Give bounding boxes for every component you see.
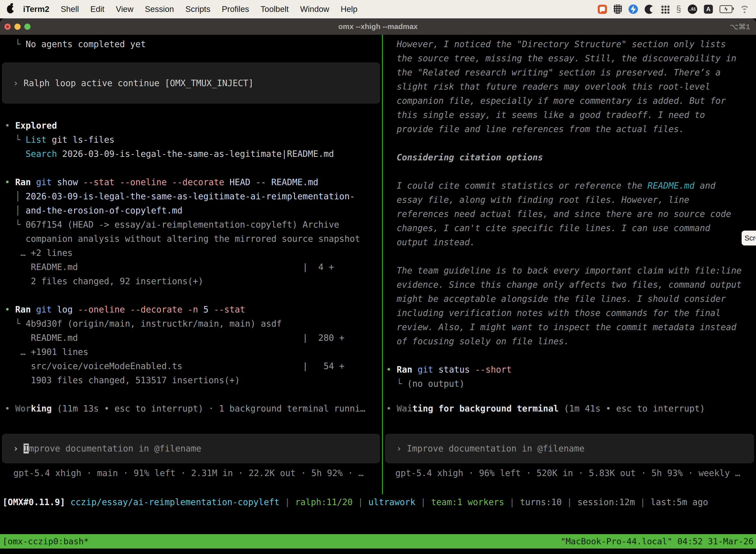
menu-item-window[interactable]: Window — [295, 4, 335, 14]
terminal-line: provide file and line references from th… — [386, 122, 684, 136]
terminal-line: review. Also, I might want to inspect th… — [386, 320, 737, 334]
usage-badge-icon[interactable]: ..61 — [688, 4, 697, 14]
terminal-line: I could cite commit statistics or refere… — [386, 179, 715, 193]
menu-item-edit[interactable]: Edit — [84, 4, 110, 14]
squiggle-icon[interactable]: § — [676, 5, 681, 14]
terminal-line: • Ran git status --short — [386, 363, 512, 377]
terminal-line: 1903 files changed, 513517 insertions(+) — [5, 373, 240, 387]
iterm2-window: omx --xhigh --madmax ⌥⌘1 └ No agents com… — [0, 18, 756, 554]
terminal-line: including verification notes with those … — [386, 306, 721, 320]
tmux-host-clock-label: "MacBook-Pro-44.local" 04:52 31-Mar-26 — [561, 536, 754, 546]
blue-bolt-badge-icon[interactable] — [629, 4, 638, 14]
terminal-line: README.md | 280 + — [5, 331, 344, 345]
prompt-chevron-icon: › — [13, 78, 18, 88]
terminal-line: src/voice/voiceModeEnabled.ts | 54 + — [5, 359, 344, 373]
chat-app-icon[interactable] — [598, 5, 607, 14]
terminal-line: the "Related research writing" section i… — [386, 65, 721, 80]
agent-input-box-right[interactable]: › Improve documentation in @filename — [385, 434, 754, 463]
wifi-icon[interactable] — [739, 5, 750, 13]
terminal-line: output instead. — [386, 235, 475, 250]
terminal-line: references need actual files, and since … — [386, 207, 731, 221]
text-cursor: I — [23, 444, 29, 453]
terminal-line: … +2 lines — [5, 246, 73, 260]
menu-item-shell[interactable]: Shell — [55, 4, 84, 14]
terminal-line: this single essay, it seems like a good … — [386, 108, 705, 122]
battery-charging-icon[interactable]: ϟ — [719, 5, 733, 13]
terminal-line: • Working (11m 13s • esc to interrupt) ·… — [5, 402, 365, 416]
tmux-session-label[interactable]: [omx-cczip0:bash* — [2, 536, 89, 546]
dots-grid-icon[interactable] — [660, 5, 670, 14]
window-shortcut-badge: ⌥⌘1 — [730, 22, 750, 31]
window-title-bar[interactable]: omx --xhigh --madmax ⌥⌘1 — [0, 18, 756, 35]
input-placeholder: Improve documentation in @filename — [407, 444, 584, 453]
terminal-line: companion analysis without altering the … — [5, 232, 360, 246]
terminal-line: │ 2026-03-09-is-legal-the-same-as-legiti… — [5, 189, 355, 204]
input-text: Ralph loop active continue [OMX_TMUX_INJ… — [23, 78, 253, 88]
model-status-line-left: gpt-5.4 xhigh · main · 91% left · 2.31M … — [13, 466, 364, 480]
terminal-line: └ 4b9d30f (origin/main, instructkr/main,… — [5, 317, 282, 331]
terminal-line: might be acceptable alongside the file l… — [386, 292, 726, 306]
terminal-pane-right[interactable]: However, I noticed the "Directory Struct… — [383, 35, 756, 494]
dark-crescent-icon[interactable] — [645, 5, 654, 14]
terminal-line: Considering citation options — [386, 151, 543, 165]
terminal-line: Search 2026-03-09-is-legal-the-same-as-l… — [5, 147, 334, 161]
menu-item-scripts[interactable]: Scripts — [180, 4, 216, 14]
terminal-line: README.md | 4 + — [5, 260, 334, 274]
menu-status-icons: § ..61 A ϟ — [598, 4, 756, 14]
terminal-line: • Ran git show --stat --oneline --decora… — [5, 175, 318, 189]
terminal-line: • Ran git log --oneline --decorate -n 5 … — [5, 302, 245, 317]
terminal-line: However, I noticed the "Directory Struct… — [386, 37, 726, 51]
menu-item-toolbelt[interactable]: Toolbelt — [255, 4, 295, 14]
terminal-line: changes, I can't cite specific file line… — [386, 221, 710, 235]
terminal-line: of focusing solely on file lines. — [386, 334, 569, 348]
terminal-line: └ No agents completed yet — [5, 37, 146, 51]
terminal-line: └ (no output) — [386, 377, 464, 391]
terminal-line: evidence. Since this change only affects… — [386, 278, 742, 292]
terminal-line: companion file, especially if more comme… — [386, 94, 726, 108]
terminal-line: the source tree, missing the essay. Stil… — [386, 51, 737, 65]
agent-input-box-left[interactable]: › I mprove documentation in @filename — [2, 434, 380, 463]
terminal-line: 2 files changed, 92 insertions(+) — [5, 274, 203, 288]
menu-item-session[interactable]: Session — [139, 4, 180, 14]
omx-status-line: [OMX#0.11.9] cczip/essay/ai-reimplementa… — [2, 495, 708, 509]
input-source-icon[interactable]: A — [704, 5, 713, 14]
terminal-line: │ and-the-erosion-of-copyleft.md — [5, 204, 182, 218]
pane-divider[interactable] — [382, 35, 383, 494]
terminal-line: └ 067f154 (HEAD -> essay/ai-reimplementa… — [5, 218, 339, 232]
menu-item-view[interactable]: View — [110, 4, 139, 14]
prompt-chevron-icon: › — [396, 444, 401, 453]
menu-item-iterm2[interactable]: iTerm2 — [17, 4, 55, 14]
terminal-line: • Explored — [5, 119, 57, 133]
window-title: omx --xhigh --madmax — [0, 22, 756, 31]
terminal-line: └ List git ls-files — [5, 133, 115, 147]
menu-item-help[interactable]: Help — [335, 4, 363, 14]
model-status-line-right: gpt-5.4 xhigh · 96% left · 520K in · 5.8… — [395, 466, 740, 480]
terminal-line: • Waiting for background terminal (1m 41… — [386, 402, 705, 416]
terminal-line: … +1901 lines — [5, 345, 88, 359]
apple-logo-icon[interactable] — [7, 5, 14, 13]
menu-items: iTerm2ShellEditViewSessionScriptsProfile… — [17, 4, 363, 14]
terminal-line: The team guideline is to back every impo… — [386, 264, 742, 278]
terminal-line: slight risk that future readers may over… — [386, 80, 710, 94]
input-placeholder: mprove documentation in @filename — [29, 444, 201, 453]
agent-input-box-ralph[interactable]: › Ralph loop active continue [OMX_TMUX_I… — [2, 63, 380, 104]
macos-menu-bar: iTerm2ShellEditViewSessionScriptsProfile… — [0, 0, 756, 18]
menu-item-profiles[interactable]: Profiles — [216, 4, 255, 14]
tmux-status-bar: [omx-cczip0:bash* "MacBook-Pro-44.local"… — [0, 534, 756, 549]
screen-share-overlay[interactable]: Scre — [742, 231, 756, 245]
keypad-shield-icon[interactable] — [614, 4, 622, 14]
prompt-chevron-icon: › — [13, 444, 18, 453]
terminal-pane-left[interactable]: └ No agents completed yet• Explored └ Li… — [0, 35, 382, 494]
terminal-line: essay file, along with finding root file… — [386, 193, 689, 207]
